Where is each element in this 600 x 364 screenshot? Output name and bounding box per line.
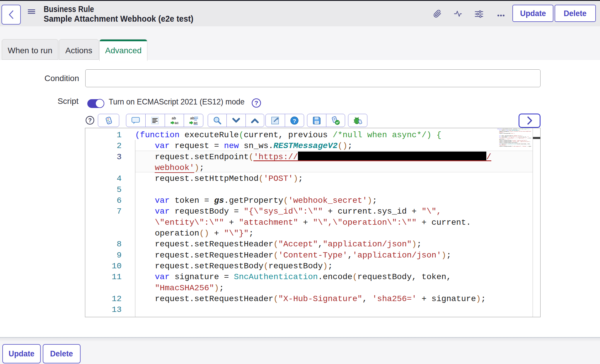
svg-text:?: ? [293, 118, 296, 124]
svg-text:ac: ac [194, 121, 198, 125]
svg-text:ac: ac [175, 121, 179, 125]
svg-text:?: ? [88, 117, 92, 123]
svg-text:ab: ab [172, 116, 176, 120]
svg-text:ab: ab [190, 116, 195, 120]
svg-text:?: ? [255, 99, 258, 106]
